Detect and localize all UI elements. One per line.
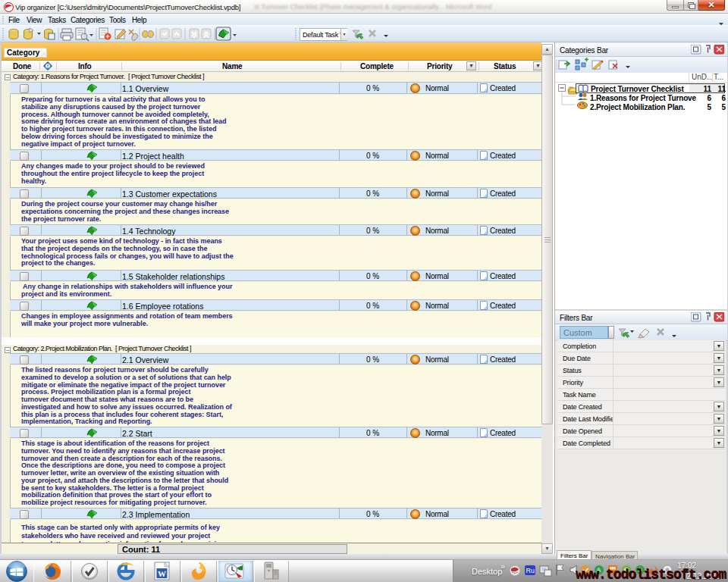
svg-text:Ru: Ru bbox=[526, 567, 535, 574]
svg-text:W: W bbox=[158, 569, 166, 578]
